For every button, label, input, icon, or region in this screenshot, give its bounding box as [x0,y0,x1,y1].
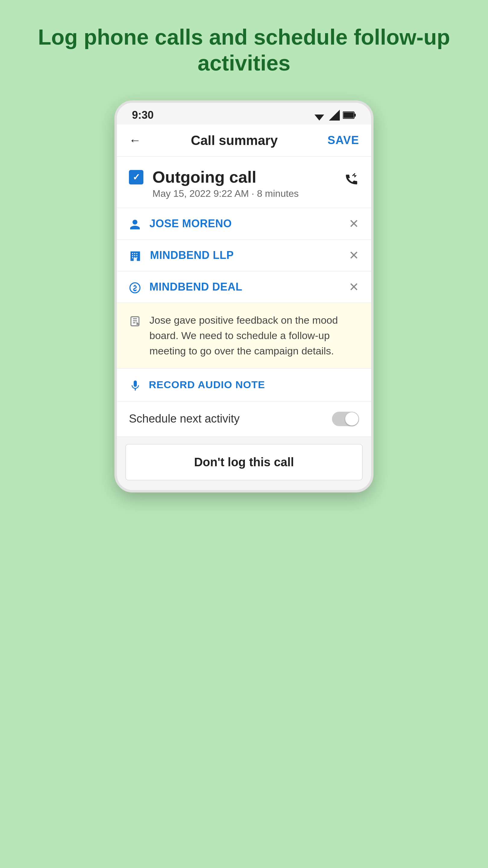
schedule-toggle[interactable] [332,412,359,426]
call-summary-row: ✓ Outgoing call May 15, 2022 9:22 AM · 8… [117,157,371,208]
contact-row-jose: JOSE MORENO ✕ [117,208,371,240]
mic-icon [129,378,141,392]
remove-mindbend-deal-button[interactable]: ✕ [349,280,359,294]
save-button[interactable]: SAVE [327,134,359,147]
audio-label: RECORD AUDIO NOTE [149,379,265,391]
call-checkbox[interactable]: ✓ [129,170,143,184]
deal-icon [129,280,141,294]
schedule-row: Schedule next activity [117,401,371,437]
audio-note-row[interactable]: RECORD AUDIO NOTE [117,369,371,401]
contact-name-mindbend-deal: MINDBEND DEAL [150,281,340,293]
wifi-icon [313,110,326,121]
svg-rect-4 [354,114,356,117]
dont-log-label: Don't log this call [194,456,294,469]
person-icon [129,216,141,231]
phone-icon [344,169,359,186]
header-title: Call summary [191,133,278,148]
svg-rect-5 [344,113,354,118]
call-meta: May 15, 2022 9:22 AM · 8 minutes [153,188,335,199]
remove-mindbend-llp-button[interactable]: ✕ [349,248,359,262]
contact-name-mindbend-llp: MINDBEND LLP [150,249,340,261]
building-icon [129,248,141,262]
page-title: Log phone calls and schedule follow-up a… [0,24,488,76]
status-icons [313,110,356,121]
svg-marker-0 [315,115,324,121]
note-text: Jose gave positive feedback on the mood … [150,313,359,359]
call-info: Outgoing call May 15, 2022 9:22 AM · 8 m… [153,167,335,199]
notes-section[interactable]: Jose gave positive feedback on the mood … [117,303,371,369]
remove-jose-button[interactable]: ✕ [349,217,359,230]
app-header: ← Call summary SAVE [117,124,371,157]
battery-icon [343,111,356,119]
dont-log-button[interactable]: Don't log this call [125,444,363,480]
phone-frame: 9:30 ← Call summary SAVE [115,100,373,493]
back-button[interactable]: ← [129,133,141,147]
contact-row-mindbend-deal: MINDBEND DEAL ✕ [117,271,371,303]
call-type: Outgoing call [153,167,335,186]
checkmark-icon: ✓ [133,172,140,182]
svg-rect-7 [134,258,137,261]
contact-row-mindbend-llp: MINDBEND LLP ✕ [117,240,371,271]
contact-name-jose: JOSE MORENO [150,217,340,230]
svg-marker-2 [329,110,340,121]
schedule-label: Schedule next activity [129,412,240,425]
content-area: ✓ Outgoing call May 15, 2022 9:22 AM · 8… [117,157,371,437]
status-bar: 9:30 [117,103,371,124]
toggle-knob [345,412,358,426]
status-time: 9:30 [132,109,154,121]
signal-icon [329,110,340,121]
note-icon [129,314,141,327]
